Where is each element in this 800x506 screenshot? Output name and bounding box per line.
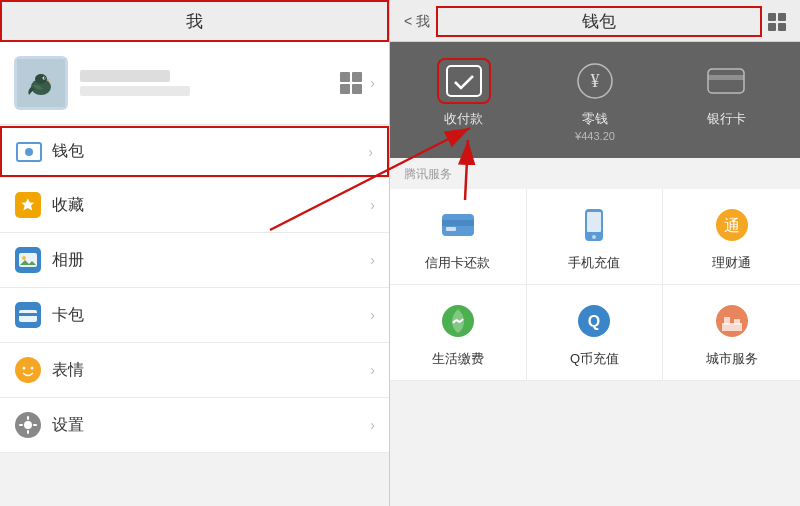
svg-rect-33 bbox=[587, 212, 601, 232]
menu-item-settings[interactable]: 设置 › bbox=[0, 398, 389, 453]
qcoin-label: Q币充值 bbox=[570, 350, 619, 368]
receive-label: 收付款 bbox=[444, 110, 483, 128]
back-button[interactable]: < 我 bbox=[404, 13, 430, 31]
card-icon bbox=[14, 301, 42, 329]
settings-chevron-icon: › bbox=[370, 417, 375, 433]
credit-card-label: 信用卡还款 bbox=[425, 254, 490, 272]
cash-item[interactable]: ¥ 零钱 ¥443.20 bbox=[529, 58, 660, 142]
emoji-label: 表情 bbox=[52, 360, 370, 381]
grid-icon[interactable] bbox=[768, 13, 786, 31]
svg-point-34 bbox=[592, 235, 596, 239]
bank-card-item[interactable]: 银行卡 bbox=[661, 58, 792, 128]
service-city[interactable]: 城市服务 bbox=[663, 285, 800, 381]
city-icon bbox=[710, 299, 754, 343]
album-label: 相册 bbox=[52, 250, 370, 271]
svg-rect-30 bbox=[442, 220, 474, 226]
album-icon bbox=[14, 246, 42, 274]
menu-item-card[interactable]: 卡包 › bbox=[0, 288, 389, 343]
avatar bbox=[14, 56, 68, 110]
phone-label: 手机充值 bbox=[568, 254, 620, 272]
left-header: 我 bbox=[0, 0, 389, 42]
qr-icon bbox=[340, 72, 362, 94]
svg-rect-43 bbox=[734, 319, 740, 325]
bank-label: 银行卡 bbox=[707, 110, 746, 128]
emoji-icon bbox=[14, 356, 42, 384]
svg-text:Q: Q bbox=[588, 313, 600, 330]
svg-point-15 bbox=[15, 357, 41, 383]
chevron-right-icon: › bbox=[370, 75, 375, 91]
menu-item-emoji[interactable]: 表情 › bbox=[0, 343, 389, 398]
emoji-chevron-icon: › bbox=[370, 362, 375, 378]
profile-qr-area[interactable]: › bbox=[340, 72, 375, 94]
svg-rect-31 bbox=[446, 227, 456, 231]
cash-icon-box: ¥ bbox=[568, 58, 622, 104]
svg-text:¥: ¥ bbox=[590, 71, 599, 91]
right-panel: < 我 钱包 收付款 ¥ bbox=[390, 0, 800, 506]
svg-rect-27 bbox=[708, 69, 744, 93]
menu-item-favorites[interactable]: 收藏 › bbox=[0, 178, 389, 233]
cash-label: 零钱 bbox=[582, 110, 608, 128]
profile-info bbox=[80, 70, 340, 96]
wallet-chevron-icon: › bbox=[368, 144, 373, 160]
svg-rect-24 bbox=[447, 66, 481, 96]
svg-point-40 bbox=[716, 305, 748, 337]
svg-text:通: 通 bbox=[724, 217, 740, 234]
card-chevron-icon: › bbox=[370, 307, 375, 323]
svg-point-4 bbox=[44, 77, 46, 79]
album-chevron-icon: › bbox=[370, 252, 375, 268]
receive-payment-item[interactable]: 收付款 bbox=[398, 58, 529, 128]
finance-icon: 通 bbox=[710, 203, 754, 247]
service-life[interactable]: 生活缴费 bbox=[390, 285, 527, 381]
service-phone[interactable]: 手机充值 bbox=[527, 189, 664, 285]
service-qcoin[interactable]: Q Q币充值 bbox=[527, 285, 664, 381]
service-grid: 信用卡还款 手机充值 通 bbox=[390, 189, 800, 381]
wallet-label: 钱包 bbox=[52, 141, 368, 162]
svg-point-2 bbox=[35, 74, 47, 84]
svg-rect-21 bbox=[27, 430, 29, 434]
svg-rect-23 bbox=[33, 424, 37, 426]
service-credit-card[interactable]: 信用卡还款 bbox=[390, 189, 527, 285]
card-label: 卡包 bbox=[52, 305, 370, 326]
svg-point-16 bbox=[23, 367, 26, 370]
credit-card-icon bbox=[436, 203, 480, 247]
cash-sublabel: ¥443.20 bbox=[575, 130, 615, 142]
bank-icon-box bbox=[699, 58, 753, 104]
settings-icon bbox=[14, 411, 42, 439]
svg-rect-42 bbox=[724, 317, 730, 325]
svg-rect-20 bbox=[27, 416, 29, 420]
favorites-label: 收藏 bbox=[52, 195, 370, 216]
wallet-top-section: 收付款 ¥ 零钱 ¥443.20 bbox=[390, 42, 800, 158]
left-panel: 我 bbox=[0, 0, 390, 506]
favorites-icon bbox=[14, 191, 42, 219]
profile-name bbox=[80, 70, 170, 82]
city-label: 城市服务 bbox=[706, 350, 758, 368]
wallet-menu-item[interactable]: 钱包 › bbox=[0, 126, 389, 177]
profile-id bbox=[80, 86, 190, 96]
right-header: < 我 钱包 bbox=[390, 0, 800, 42]
life-label: 生活缴费 bbox=[432, 350, 484, 368]
svg-rect-28 bbox=[708, 75, 744, 80]
svg-point-19 bbox=[24, 421, 32, 429]
favorites-chevron-icon: › bbox=[370, 197, 375, 213]
menu-item-album[interactable]: 相册 › bbox=[0, 233, 389, 288]
section-label: 腾讯服务 bbox=[390, 158, 800, 189]
finance-label: 理财通 bbox=[712, 254, 751, 272]
svg-rect-22 bbox=[19, 424, 23, 426]
settings-label: 设置 bbox=[52, 415, 370, 436]
svg-point-10 bbox=[22, 256, 26, 260]
qcoin-icon: Q bbox=[572, 299, 616, 343]
svg-point-17 bbox=[31, 367, 34, 370]
svg-rect-14 bbox=[19, 313, 37, 316]
right-title: 钱包 bbox=[440, 10, 758, 33]
receive-icon-box bbox=[437, 58, 491, 104]
life-icon bbox=[436, 299, 480, 343]
service-finance[interactable]: 通 理财通 bbox=[663, 189, 800, 285]
phone-icon bbox=[572, 203, 616, 247]
wallet-icon bbox=[16, 142, 42, 162]
profile-row[interactable]: › bbox=[0, 42, 389, 125]
